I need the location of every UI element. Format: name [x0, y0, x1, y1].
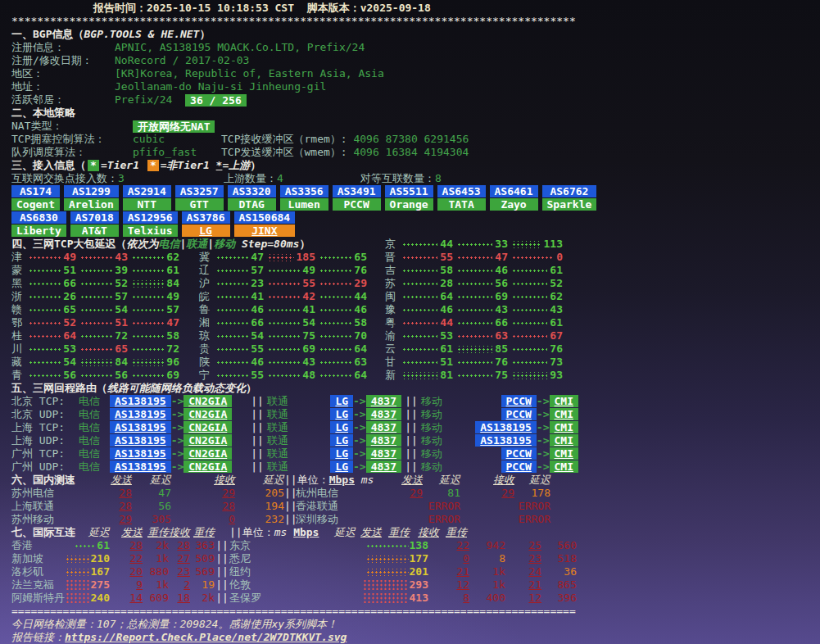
latency-cell: 76	[315, 264, 367, 277]
intl-latency-cell: 167	[66, 565, 110, 578]
latency-bar	[29, 347, 61, 351]
latency-row: 苏 28 56 52	[385, 277, 563, 290]
asn-name-badge: Cogent	[11, 198, 60, 211]
latency-cell: 47	[128, 316, 179, 329]
latency-value: 62	[550, 290, 563, 303]
latency-bar	[80, 256, 112, 260]
route-mobile-path: AS138195->CMI	[452, 434, 578, 447]
asn-number-badge: AS6762	[542, 185, 597, 197]
bgp-title-close: ）	[199, 28, 210, 41]
speed-value: ERROR	[460, 513, 550, 526]
arrow-icon: ->	[171, 447, 184, 460]
latency-cell: 33	[453, 238, 508, 251]
latency-cell: 67	[508, 329, 563, 342]
latency-bar	[29, 361, 61, 365]
latency-cell: 52	[508, 277, 563, 290]
stat-ix: 互联网交换点接入数：3	[11, 172, 224, 185]
latency-value: 47	[251, 251, 264, 264]
nontier1-star-icon: *	[147, 160, 159, 171]
bgp-title-text: 一、BGP信息（	[11, 28, 84, 41]
latency-cell: 185	[264, 251, 315, 264]
config-value-1: cubic	[133, 133, 221, 146]
latency-cell: 43	[264, 356, 315, 369]
latency-bar	[132, 256, 164, 260]
intl-value: 400	[469, 592, 505, 605]
field-label: 地区：	[11, 67, 115, 80]
route-telecom-path: AS138195->CN2GIA	[110, 408, 247, 421]
latency-cell: 29	[315, 277, 367, 290]
latency-row: 辽 57 49 76	[199, 264, 367, 277]
province-label: 黑	[11, 277, 25, 290]
intl-title: 七、国际互连	[11, 526, 88, 539]
today-count-label: 今日网络检测量：	[11, 618, 97, 631]
latency-cell: 44	[398, 316, 453, 329]
unit-label: ||单位：	[284, 474, 329, 486]
latency-value: 41	[302, 303, 315, 316]
intl-value: 560	[541, 539, 577, 552]
route-hop-badge: CN2GIA	[183, 421, 232, 433]
asn-number-badge: AS1299	[64, 185, 119, 197]
latency-cell: 55	[212, 342, 264, 356]
asn-number-badge: AS7018	[70, 211, 119, 224]
latency-value: 85	[495, 342, 508, 356]
spacer	[172, 93, 185, 107]
latency-cell: 75	[264, 329, 315, 342]
intl-city-label: 法兰克福	[11, 578, 66, 592]
intl-city-label: 阿姆斯特丹	[11, 592, 66, 605]
latency-value: 76	[550, 342, 563, 356]
latency-cell: 76	[508, 342, 563, 356]
route-carrier-telecom: 电信	[79, 395, 110, 408]
asn-badges-row-1: AS174 Cogent AS1299 Arelion AS2914 NTT A…	[11, 185, 578, 211]
province-label: 陕	[199, 356, 212, 369]
latency-value: 70	[354, 329, 367, 342]
speed-row: 上海联通285628194||香港联通ERRORERROR	[11, 500, 578, 513]
latency-value: 56	[495, 277, 508, 290]
latency-bar	[132, 321, 164, 325]
stat-ix-value: 3	[118, 172, 125, 184]
latency-bar	[457, 374, 492, 378]
latency-value: 67	[550, 329, 563, 342]
latency-row: 粤 44 66 61	[385, 316, 563, 329]
latency-bar	[319, 361, 351, 365]
separator-stars: ****************************************…	[11, 15, 578, 28]
tcp-config-row: 队列调度算法：pfifo_fastTCP发送缓冲区（wmem）: 4096 16…	[11, 146, 578, 159]
speed-value: 29	[171, 487, 235, 500]
latency-cell: 61	[508, 264, 563, 277]
section-intl-header: 七、国际互连延迟发送重传接收重传||单位：ms Mbps延迟发送重传接收重传	[11, 526, 578, 539]
latency-bar	[402, 256, 437, 260]
arrow-icon: ->	[537, 460, 550, 473]
latency-bar	[457, 256, 492, 260]
latency-bar	[402, 308, 437, 312]
route-hop-badge: 4837	[366, 395, 401, 407]
route-telecom-path: AS138195->CN2GIA	[110, 434, 247, 447]
section-bgp-title: 一、BGP信息（BGP.TOOLS & HE.NET）	[11, 28, 578, 41]
latency-value: 76	[354, 264, 367, 277]
route-carrier-telecom: 电信	[79, 460, 110, 474]
speed-col-header: 发送	[383, 474, 423, 487]
speed-value: 81	[423, 487, 460, 500]
stat-peer: 对等互联数量：8	[360, 172, 442, 185]
route-carrier-telecom: 电信	[79, 408, 110, 421]
latency-value: 57	[166, 303, 179, 316]
route-city: 上海 TCP:	[11, 421, 79, 434]
latency-cell: 39	[76, 264, 128, 277]
asn-name-badge: TATA	[437, 198, 486, 211]
latency-row: 渝 53 63 67	[385, 329, 563, 342]
latency-bar	[512, 347, 547, 351]
latency-bar	[216, 374, 248, 378]
latency-value: 63	[354, 356, 367, 369]
intl-value: 1k	[469, 578, 505, 592]
latency-column-1: 津 49 43 62 蒙 51 39	[11, 251, 179, 382]
route-protocol: UDP:	[39, 408, 65, 420]
arrow-icon: ->	[537, 421, 550, 433]
intl-value: 509	[190, 552, 215, 565]
latency-value: 72	[115, 329, 128, 342]
latency-bar	[216, 308, 248, 312]
route-protocol: TCP:	[39, 447, 65, 460]
province-label: 闽	[385, 290, 398, 303]
intl-value: 363	[190, 539, 215, 552]
latency-value: 65	[115, 342, 128, 356]
route-city: 广州 UDP:	[11, 460, 79, 474]
latency-cell: 43	[76, 251, 128, 264]
report-link[interactable]: https://Report.Check.Place/net/2W7DTKKVT…	[65, 631, 347, 644]
